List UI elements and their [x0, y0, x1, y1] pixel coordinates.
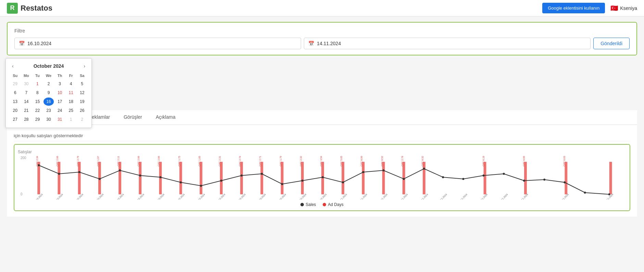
- svg-text:CPC 1.67: CPC 1.67: [97, 156, 99, 166]
- cal-day-26[interactable]: 26: [77, 106, 87, 115]
- cal-day-2-nov[interactable]: 2: [77, 115, 87, 124]
- svg-rect-6: [78, 162, 81, 194]
- svg-point-76: [584, 192, 586, 194]
- cal-day-7[interactable]: 7: [21, 89, 32, 97]
- svg-rect-34: [362, 162, 364, 194]
- calendar-next-button[interactable]: ›: [82, 63, 87, 69]
- svg-rect-40: [423, 162, 425, 194]
- day-name-fr: Fr: [66, 72, 76, 79]
- cal-day-20[interactable]: 20: [10, 106, 21, 115]
- content-area: için koşullu satışları göstermektedir Sa…: [7, 125, 637, 217]
- calendar-grid: Su Mo Tu We Th Fr Sa 29 30 1 2 3 4 5 6 7…: [10, 72, 87, 124]
- cal-day-5[interactable]: 5: [77, 80, 87, 88]
- logo-name: Restatos: [21, 4, 52, 13]
- svg-rect-24: [260, 162, 263, 194]
- flag-icon: 🇹🇷: [610, 4, 618, 12]
- svg-point-62: [301, 180, 304, 182]
- info-text: için koşullu satışları göstermektedir: [14, 133, 630, 138]
- svg-point-59: [240, 174, 243, 177]
- cal-day-25[interactable]: 25: [66, 106, 76, 115]
- svg-text:CPC 8.52: CPC 8.52: [381, 156, 383, 166]
- calendar-icon-start: 📅: [19, 41, 25, 46]
- header-right: Google eklentisini kullanın 🇹🇷 Kseniya: [542, 3, 637, 13]
- submit-button[interactable]: Gönderildi: [593, 38, 630, 49]
- cal-day-30-sep[interactable]: 30: [21, 80, 32, 88]
- cal-day-10[interactable]: 10: [54, 89, 65, 97]
- cal-day-24[interactable]: 24: [54, 106, 65, 115]
- svg-text:CPC 2.79: CPC 2.79: [77, 156, 79, 166]
- legend-sales: Sales: [300, 202, 316, 207]
- cal-day-2[interactable]: 2: [44, 80, 54, 88]
- calendar-popup: ‹ October 2024 › Su Mo Tu We Th Fr Sa 29…: [5, 58, 92, 128]
- logo-icon: R: [7, 3, 18, 14]
- cal-day-18[interactable]: 18: [66, 98, 76, 106]
- svg-text:CPC 2.71: CPC 2.71: [259, 156, 261, 166]
- svg-text:CPC 2.78: CPC 2.78: [401, 156, 404, 166]
- cal-day-8[interactable]: 8: [32, 89, 43, 97]
- cal-day-22[interactable]: 22: [32, 106, 43, 115]
- cal-day-1-nov[interactable]: 1: [66, 115, 76, 124]
- svg-point-52: [99, 178, 101, 180]
- cal-day-16-today[interactable]: 16: [44, 98, 54, 106]
- svg-text:CPC 3.54: CPC 3.54: [320, 156, 322, 166]
- tab-aciklama[interactable]: Açıklama: [149, 110, 183, 125]
- cal-day-19[interactable]: 19: [77, 98, 87, 106]
- cal-day-4[interactable]: 4: [66, 80, 76, 88]
- cal-day-31[interactable]: 31: [54, 115, 65, 124]
- svg-point-50: [58, 173, 60, 175]
- cal-day-28[interactable]: 28: [21, 115, 32, 124]
- svg-rect-46: [565, 162, 567, 194]
- legend-sales-label: Sales: [306, 202, 316, 207]
- svg-text:CPC 2.31: CPC 2.31: [219, 156, 221, 166]
- cal-day-3[interactable]: 3: [54, 80, 65, 88]
- cal-day-27[interactable]: 27: [10, 115, 21, 124]
- cal-day-21[interactable]: 21: [21, 106, 32, 115]
- cal-day-29[interactable]: 29: [32, 115, 43, 124]
- svg-point-57: [200, 185, 202, 187]
- svg-text:06.11.2024: 06.11.2024: [437, 193, 447, 199]
- cal-day-6[interactable]: 6: [10, 89, 21, 97]
- cal-day-30[interactable]: 30: [44, 115, 54, 124]
- calendar-prev-button[interactable]: ‹: [10, 63, 16, 69]
- end-date-input[interactable]: 📅 14.11.2024: [304, 38, 591, 49]
- svg-point-53: [119, 169, 121, 171]
- svg-point-67: [403, 178, 405, 180]
- svg-point-61: [281, 183, 283, 185]
- cal-day-13[interactable]: 13: [10, 98, 21, 106]
- svg-rect-4: [58, 162, 60, 194]
- svg-rect-28: [301, 162, 304, 194]
- svg-rect-12: [139, 162, 141, 194]
- username: Kseniya: [620, 5, 637, 11]
- svg-point-60: [261, 173, 263, 175]
- svg-point-51: [78, 171, 80, 173]
- svg-text:CPC 8.32: CPC 8.32: [421, 156, 424, 166]
- cal-day-14[interactable]: 14: [21, 98, 32, 106]
- cal-day-23[interactable]: 23: [44, 106, 54, 115]
- svg-text:07.11.2024: 07.11.2024: [458, 193, 468, 199]
- svg-text:CPC 6.19: CPC 6.19: [482, 156, 485, 166]
- cal-day-12[interactable]: 12: [77, 89, 87, 97]
- cal-day-1[interactable]: 1: [32, 80, 43, 88]
- nav-tabs: Bul Kategoriler Reklamlar Görüşler Açıkl…: [7, 110, 637, 125]
- sales-label: Satışlar: [18, 150, 626, 154]
- calendar-header: ‹ October 2024 ›: [10, 63, 87, 69]
- svg-point-58: [220, 180, 222, 182]
- svg-text:CPC 2.66: CPC 2.66: [158, 156, 160, 166]
- chart-section: Satışlar 200 0 CPC 2.34 CPC 2.66: [14, 144, 630, 211]
- svg-rect-22: [240, 162, 243, 194]
- svg-rect-20: [220, 162, 223, 194]
- tab-gorusler[interactable]: Görüşler: [117, 110, 149, 125]
- start-date-value: 16.10.2024: [27, 41, 51, 46]
- svg-rect-16: [179, 162, 182, 194]
- cal-day-17[interactable]: 17: [54, 98, 65, 106]
- start-date-input[interactable]: 📅 16.10.2024: [14, 38, 301, 49]
- svg-rect-18: [200, 162, 202, 194]
- svg-point-54: [139, 174, 141, 177]
- cal-day-29-sep[interactable]: 29: [10, 80, 21, 88]
- main-area: Filtre 📅 16.10.2024 📅 14.11.2024 Gönderi…: [0, 16, 644, 222]
- cal-day-9[interactable]: 9: [44, 89, 54, 97]
- svg-text:CPC 1.79: CPC 1.79: [280, 156, 282, 166]
- google-extension-button[interactable]: Google eklentisini kullanın: [542, 3, 605, 13]
- cal-day-15[interactable]: 15: [32, 98, 43, 106]
- cal-day-11[interactable]: 11: [66, 89, 76, 97]
